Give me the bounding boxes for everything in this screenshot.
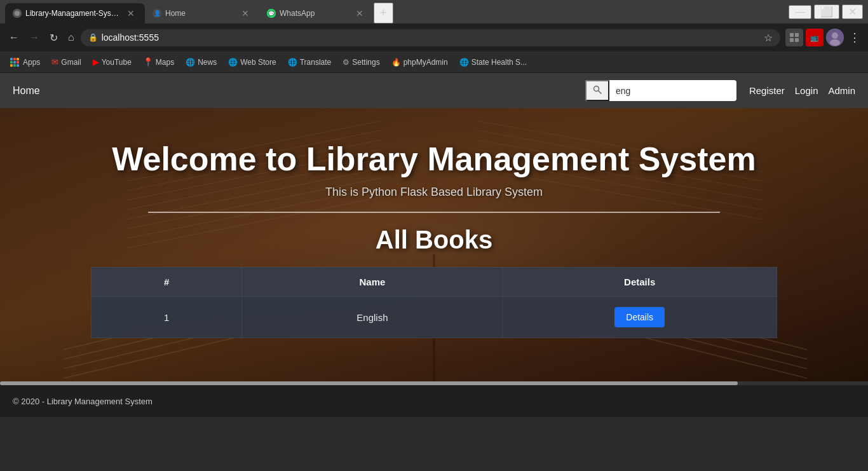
youtube-icon: ▶ [93,57,99,67]
svg-point-10 [830,39,840,46]
bookmark-maps-label: Maps [156,58,174,67]
login-link[interactable]: Login [795,85,818,96]
apps-icon [10,58,19,67]
tab3-favicon: 💬 [267,9,276,18]
bookmark-gmail-label: Gmail [61,58,81,67]
hero-divider [148,212,720,213]
address-bar-input-wrap[interactable]: 🔒 ☆ [81,29,780,46]
bookmark-translate[interactable]: 🌐 Translate [283,55,337,69]
col-header-number: # [92,268,242,297]
home-page-button[interactable]: ⌂ [64,29,78,46]
bookmark-settings-label: Settings [352,58,379,67]
window-controls: — ⬜ ✕ [789,4,863,19]
row-number: 1 [92,297,242,338]
col-header-name: Name [242,268,503,297]
svg-rect-6 [790,38,794,42]
bookmark-settings[interactable]: ⚙ Settings [337,55,384,69]
webstore-icon: 🌐 [228,58,238,67]
site-footer: © 2020 - Library Management System [0,385,868,417]
bookmark-statehealth[interactable]: 🌐 State Health S... [454,55,532,69]
bookmark-maps[interactable]: 📍 Maps [138,55,179,69]
tab1-favicon [13,9,22,18]
lock-icon: 🔒 [88,33,98,42]
row-details-cell: Details [503,297,777,338]
search-button[interactable] [585,80,609,101]
address-bar: ← → ↻ ⌂ 🔒 ☆ 📺 ⋮ [0,24,868,51]
bookmark-apps[interactable]: Apps [5,55,45,69]
bookmark-translate-label: Translate [300,58,332,67]
tab3-title: WhatsApp [280,9,349,18]
svg-rect-4 [790,33,794,37]
news-icon: 🌐 [186,58,195,67]
toolbar-extensions: 📺 [785,29,824,46]
tab1-close-icon[interactable]: ✕ [125,7,137,20]
close-window-button[interactable]: ✕ [842,4,863,19]
table-body: 1 English Details [92,297,777,338]
home-nav-link[interactable]: Home [13,85,40,97]
table-header: # Name Details [92,268,777,297]
title-bar: Library-Managament-Syst… ✕ 👤 Home ✕ 💬 Wh… [0,0,868,24]
site-navbar: Home Register Login Admin [0,73,868,108]
tab2-favicon: 👤 [153,9,161,18]
svg-rect-7 [795,38,799,42]
bookmark-gmail[interactable]: ✉ Gmail [46,55,86,69]
hero-subtitle: This is Python Flask Based Library Syste… [0,186,868,199]
bookmark-webstore-label: Web Store [240,58,276,67]
profile-avatar[interactable] [826,29,844,46]
search-input[interactable] [609,82,736,100]
phpmyadmin-icon: 🔥 [391,58,401,67]
maximize-button[interactable]: ⬜ [814,4,839,19]
bookmark-phpmyadmin-label: phpMyAdmin [403,58,448,67]
table-row: 1 English Details [92,297,777,338]
tab2-title: Home [165,9,235,18]
svg-point-1 [15,11,20,16]
tab2-close-icon[interactable]: ✕ [239,7,252,20]
maps-icon: 📍 [143,57,153,67]
tabs-container: Library-Managament-Syst… ✕ 👤 Home ✕ 💬 Wh… [5,0,783,24]
bookmark-phpmyadmin[interactable]: 🔥 phpMyAdmin [386,55,453,69]
nav-links: Register Login Admin [749,85,855,96]
bookmark-webstore[interactable]: 🌐 Web Store [223,55,281,69]
search-form [585,80,736,101]
extension1-icon[interactable] [785,29,803,46]
admin-link[interactable]: Admin [828,85,855,96]
bookmark-youtube[interactable]: ▶ YouTube [88,55,137,69]
row-name: English [242,297,503,338]
tab-home[interactable]: 👤 Home ✕ [145,3,259,24]
bookmark-news-label: News [198,58,217,67]
statehealth-icon: 🌐 [459,58,469,67]
bookmark-statehealth-label: State Health S... [471,58,527,67]
bookmark-star-icon[interactable]: ☆ [764,32,773,44]
col-header-details: Details [503,268,777,297]
translate-icon: 🌐 [288,58,297,67]
hero-section: Welcome to Library Management System Thi… [0,108,868,381]
hero-title: Welcome to Library Management System [0,140,868,178]
books-table: # Name Details 1 English Details [91,267,777,338]
footer-copyright: © 2020 - Library Management System [13,397,153,406]
browser-chrome: Library-Managament-Syst… ✕ 👤 Home ✕ 💬 Wh… [0,0,868,73]
reload-button[interactable]: ↻ [46,29,62,46]
minimize-button[interactable]: — [789,5,811,19]
new-tab-button[interactable]: + [374,3,393,24]
hero-content: Welcome to Library Management System Thi… [0,140,868,254]
forward-button[interactable]: → [25,29,43,46]
svg-point-9 [832,32,838,39]
svg-line-12 [598,91,601,94]
settings-icon: ⚙ [342,58,349,67]
tab-whatsapp[interactable]: 💬 WhatsApp ✕ [259,3,374,24]
svg-rect-5 [795,33,799,37]
url-input[interactable] [102,32,760,43]
back-button[interactable]: ← [5,29,23,46]
browser-menu-button[interactable]: ⋮ [846,31,863,44]
tab3-close-icon[interactable]: ✕ [353,7,366,20]
tab-library[interactable]: Library-Managament-Syst… ✕ [5,3,145,24]
bookmark-news[interactable]: 🌐 News [180,55,222,69]
details-button[interactable]: Details [614,307,665,327]
all-books-title: All Books [0,226,868,254]
tab1-title: Library-Managament-Syst… [25,9,121,18]
register-link[interactable]: Register [749,85,785,96]
books-table-wrapper: # Name Details 1 English Details [91,267,777,338]
table-header-row: # Name Details [92,268,777,297]
extension2-icon[interactable]: 📺 [806,29,824,46]
bookmark-youtube-label: YouTube [102,58,132,67]
